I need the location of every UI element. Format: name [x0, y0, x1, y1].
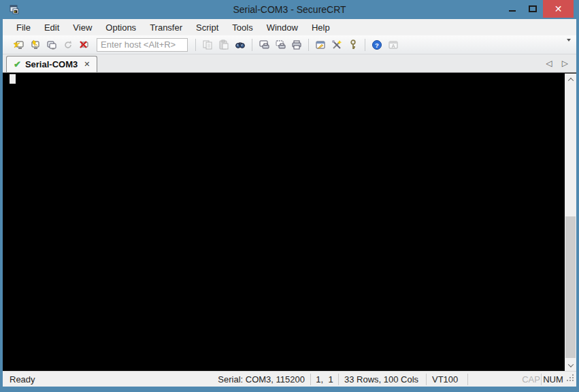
svg-text:A: A: [392, 44, 395, 48]
status-caps-lock: CAP: [521, 374, 541, 385]
toolbar-overflow-icon[interactable]: [567, 42, 572, 52]
scroll-down-icon[interactable]: [565, 359, 576, 371]
disconnect-icon[interactable]: [77, 37, 92, 52]
toolbar-separator: [365, 39, 365, 51]
session-options-icon[interactable]: [313, 37, 328, 52]
terminal-cursor: [10, 74, 16, 84]
copy-icon[interactable]: [200, 37, 215, 52]
tab-scroll-left-icon[interactable]: ◁: [546, 59, 552, 68]
menu-view[interactable]: View: [66, 20, 99, 35]
paste-icon[interactable]: [216, 37, 231, 52]
svg-text:?: ?: [375, 41, 379, 48]
global-options-icon[interactable]: [329, 37, 344, 52]
status-connection: Serial: COM3, 115200: [218, 374, 310, 385]
auto-complete-icon[interactable]: A: [386, 37, 401, 52]
toolbar-separator: [252, 39, 252, 51]
toolbar-separator: [308, 39, 309, 51]
securecrt-window: Serial-COM3 - SecureCRT ✕ File Edit View…: [0, 0, 579, 392]
connect-icon[interactable]: [28, 37, 43, 52]
status-divider: [467, 374, 468, 385]
maximize-icon: [529, 5, 537, 12]
help-icon[interactable]: ?: [369, 37, 384, 52]
menu-file[interactable]: File: [10, 20, 37, 35]
overflow-triangle: [567, 39, 571, 52]
menu-bar: File Edit View Options Transfer Script T…: [3, 19, 576, 35]
scroll-up-icon[interactable]: [565, 74, 576, 85]
print-selection-icon[interactable]: [273, 37, 288, 52]
titlebar[interactable]: Serial-COM3 - SecureCRT ✕: [0, 0, 579, 19]
scrollbar[interactable]: [565, 74, 576, 371]
close-button[interactable]: ✕: [543, 0, 574, 18]
status-ready: Ready: [3, 374, 218, 385]
terminal-screen[interactable]: [3, 72, 576, 371]
key-generator-icon[interactable]: [346, 37, 361, 52]
menu-script[interactable]: Script: [189, 20, 225, 35]
maximize-button[interactable]: [523, 0, 543, 18]
tab-bar: ✔ Serial-COM3 ✕ ◁ ▷: [3, 54, 576, 72]
toolbar-separator: [195, 39, 196, 51]
tab-scroll-arrows: ◁ ▷: [546, 54, 568, 72]
tab-scroll-right-icon[interactable]: ▷: [562, 59, 568, 68]
tab-label: Serial-COM3: [25, 59, 78, 69]
reconnect-icon[interactable]: [61, 37, 76, 52]
print-icon[interactable]: [289, 37, 304, 52]
tab-serial-com3[interactable]: ✔ Serial-COM3 ✕: [6, 56, 97, 72]
scrollbar-thumb[interactable]: [565, 216, 576, 358]
status-bar: Ready Serial: COM3, 115200 1, 1 33 Rows,…: [3, 371, 576, 387]
quick-connect-icon[interactable]: [12, 37, 27, 52]
status-cursor-position: 1, 1: [311, 374, 338, 385]
find-icon[interactable]: [233, 37, 248, 52]
window-title: Serial-COM3 - SecureCRT: [0, 0, 579, 19]
menu-edit[interactable]: Edit: [37, 20, 66, 35]
status-num-lock: NUM: [542, 374, 565, 385]
host-input[interactable]: [97, 38, 188, 52]
menu-window[interactable]: Window: [260, 20, 305, 35]
tab-close-icon[interactable]: ✕: [84, 60, 90, 69]
window-controls: ✕: [502, 0, 574, 18]
menu-help[interactable]: Help: [305, 20, 337, 35]
toolbar: ? A: [3, 35, 576, 54]
status-emulation: VT100: [427, 374, 467, 385]
status-terminal-size: 33 Rows, 100 Cols: [339, 374, 426, 385]
menu-tools[interactable]: Tools: [225, 20, 259, 35]
minimize-icon: [509, 10, 516, 12]
resize-grip[interactable]: [565, 372, 576, 387]
connected-check-icon: ✔: [14, 59, 21, 69]
clone-session-icon[interactable]: [44, 37, 59, 52]
print-screen-icon[interactable]: [257, 37, 271, 52]
menu-transfer[interactable]: Transfer: [143, 20, 189, 35]
minimize-button[interactable]: [502, 0, 523, 18]
menu-options[interactable]: Options: [99, 20, 143, 35]
